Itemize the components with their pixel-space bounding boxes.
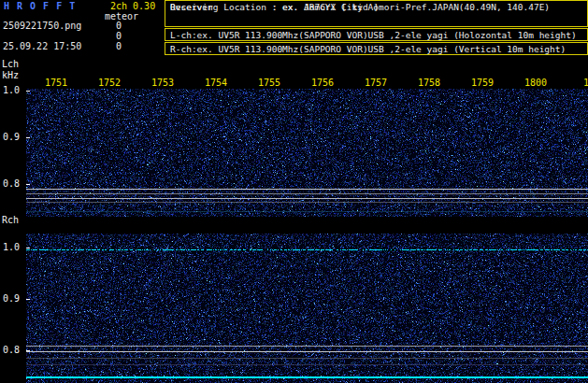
meteor-count: 0 xyxy=(116,21,122,31)
rch-panel-label: Rch xyxy=(2,216,19,225)
app-version: 2ch 0.30 xyxy=(110,2,155,11)
time-label: 18 xyxy=(583,78,588,88)
frequency-unit-label: kHz xyxy=(2,71,19,80)
lch-spectrogram xyxy=(26,89,588,217)
location-line: Receiving Location : ex. Aomori City Aom… xyxy=(170,2,550,13)
lch-info-line: L-ch:ex. UV5R 113.900Mhz(SAPPORO VOR)USB… xyxy=(170,30,577,41)
time-label: 1755 xyxy=(258,78,280,88)
time-label: 1756 xyxy=(311,78,334,88)
lch-tick-0-9: 0.9 xyxy=(3,133,20,142)
rch-spectrogram xyxy=(26,234,588,383)
time-axis: 1751175217531754175517561757175817591800… xyxy=(0,78,588,89)
mode-label: meteor xyxy=(105,12,138,21)
time-label: 1754 xyxy=(205,78,227,88)
time-label: 1757 xyxy=(365,78,387,88)
rch-tick-0-8: 0.8 xyxy=(3,346,20,355)
time-label: 1753 xyxy=(151,78,174,88)
count-3: 0 xyxy=(116,42,122,51)
time-label: 1752 xyxy=(98,78,121,88)
lch-tick-0-8: 0.8 xyxy=(3,179,20,189)
rch-info-box: R-ch:ex. UV5R 113.900Mhz(SAPPORO VOR)USB… xyxy=(165,42,588,55)
output-filename: 2509221750.png xyxy=(3,21,81,31)
hrofft-window: H R O F F T 2ch 0.30 meteor 2509221750.p… xyxy=(0,0,588,383)
station-info-box: Ovserver : ex. JR7CYX [ kid ] Receiving … xyxy=(165,0,588,27)
time-label: 1800 xyxy=(524,78,547,88)
rch-tick-0-9: 0.9 xyxy=(3,294,20,304)
rch-tick-1-0: 1.0 xyxy=(3,243,20,252)
rch-info-line: R-ch:ex. UV5R 113.900Mhz(SAPPORO VOR)USB… xyxy=(170,44,566,55)
time-label: 1751 xyxy=(45,78,67,88)
count-2: 0 xyxy=(116,32,122,41)
lch-tick-1-0: 1.0 xyxy=(3,86,20,95)
lch-panel-label: Lch xyxy=(2,60,19,69)
lch-info-box: L-ch:ex. UV5R 113.900Mhz(SAPPORO VOR)USB… xyxy=(165,28,588,41)
app-logo: H R O F F T xyxy=(4,2,76,11)
time-label: 1759 xyxy=(471,78,494,88)
time-label: 1758 xyxy=(418,78,440,88)
timestamp: 25.09.22 17:50 xyxy=(3,42,81,51)
